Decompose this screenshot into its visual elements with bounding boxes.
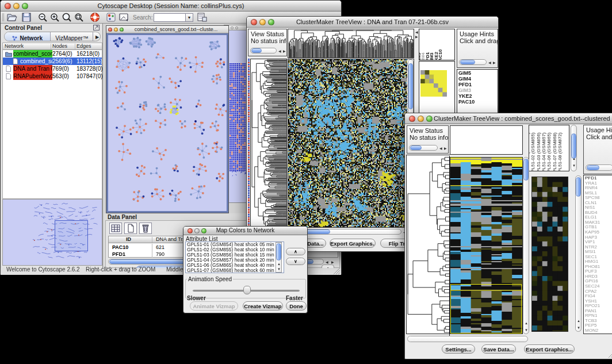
frame2-min-icon[interactable] xyxy=(231,26,234,29)
search-input[interactable] xyxy=(154,13,186,22)
minimize-button[interactable] xyxy=(13,3,20,9)
tv2-status-right-icon[interactable]: ▶ xyxy=(444,147,447,150)
tv2-column-labels[interactable]: GPL51-01 (GSM854)GPL51-02 (GSM855)GPL51-… xyxy=(529,125,569,171)
tv2-selection-rect[interactable] xyxy=(450,284,522,334)
tv2-right-heatmap[interactable] xyxy=(531,177,568,332)
animate-vizmap-button[interactable]: Animate Vizmap xyxy=(190,301,238,311)
tv1-top-dendrogram[interactable] xyxy=(288,29,414,58)
tv1-gene-item[interactable]: YKE2 xyxy=(458,93,496,99)
tv2-status-scrollbar[interactable] xyxy=(409,145,438,151)
tv1-status-scrollbar[interactable] xyxy=(250,48,277,53)
tv2-heatmap[interactable] xyxy=(450,157,523,334)
close-button[interactable] xyxy=(5,3,11,9)
tv2-hscrollbar[interactable] xyxy=(407,336,528,342)
tv1-corner-left-icon[interactable]: ◀ xyxy=(415,30,418,34)
zoom-out-icon[interactable] xyxy=(38,13,48,22)
tv2-export-graphics-button[interactable]: Export Graphics... xyxy=(524,344,575,354)
save-icon[interactable] xyxy=(22,13,31,22)
tv1-gene-item[interactable]: PFD1 xyxy=(458,82,496,87)
tv2-right-down-icon[interactable]: ▼ xyxy=(577,326,580,329)
create-vizmap-button[interactable]: Create Vizmap xyxy=(243,301,283,311)
tv2-zoom-button[interactable] xyxy=(426,116,433,122)
tv2-heatmap-vscrollbar[interactable] xyxy=(523,157,529,334)
main-titlebar[interactable]: Cytoscape Desktop (Session Name: collins… xyxy=(1,1,341,12)
frame1-min-icon[interactable] xyxy=(114,28,118,32)
tv1-corner-right-icon[interactable]: ▶ xyxy=(415,35,418,39)
tv1-status-left-icon[interactable]: ◀ xyxy=(278,49,281,53)
dialog-titlebar[interactable]: Map Colors to Network xyxy=(183,227,307,235)
tv1-status-right-icon[interactable]: ▶ xyxy=(283,49,286,53)
tv1-zoom-button[interactable] xyxy=(268,19,274,25)
open-file-icon[interactable] xyxy=(7,13,17,22)
frame1-close-icon[interactable] xyxy=(108,28,112,32)
tv2-status-left-icon[interactable]: ◀ xyxy=(439,147,442,150)
delete-attribute-button[interactable] xyxy=(139,223,152,234)
tv2-settings-button[interactable]: Settings... xyxy=(442,344,475,354)
search-dropdown-button[interactable]: ▼ xyxy=(186,13,193,22)
float-panel-icon[interactable] xyxy=(93,25,100,30)
done-button[interactable]: Done xyxy=(286,301,307,311)
network-table-row[interactable]: combined_sco2569(6)13112(15) xyxy=(3,58,102,65)
new-attribute-button[interactable] xyxy=(124,223,137,234)
tab-vizmapper[interactable]: VizMapper™ xyxy=(51,32,93,41)
tv1-gene-item[interactable]: PAC10 xyxy=(458,99,496,105)
tab-overflow[interactable]: ▶ xyxy=(93,32,101,41)
tv2-gene-item[interactable]: MON2 xyxy=(585,328,612,334)
col-nodes[interactable]: Nodes xyxy=(52,43,67,49)
frame2-max-icon[interactable] xyxy=(235,26,238,29)
move-down-button[interactable]: ∨ xyxy=(286,258,305,265)
network-view[interactable] xyxy=(106,33,228,213)
resize-grip[interactable] xyxy=(333,267,341,275)
tv2-labels-down-icon[interactable]: ▼ xyxy=(572,164,576,167)
zoom-fit-icon[interactable] xyxy=(74,13,84,22)
tv2-close-button[interactable] xyxy=(409,116,415,122)
network-table-row[interactable]: RNAPuberNov2+|563(0)107847(0) xyxy=(3,72,102,80)
overview-viewport-rect[interactable] xyxy=(55,220,88,251)
tv1-minimize-button[interactable] xyxy=(259,19,266,25)
scroll-right-icon[interactable]: ▶ xyxy=(331,260,334,264)
dialog-close-button[interactable] xyxy=(188,228,193,233)
zoom-selected-icon[interactable] xyxy=(62,13,72,22)
table-report-icon[interactable] xyxy=(197,13,207,22)
main-window-controls[interactable] xyxy=(5,3,28,9)
tv1-gene-item[interactable]: GIM4 xyxy=(458,76,496,82)
help-icon[interactable] xyxy=(90,12,100,22)
tv2-gene-list[interactable]: PFD1YRA1RNR4MSL1SPC98CLN1NIS1BUD4ELG1MAK… xyxy=(583,175,612,334)
network-table-row[interactable]: combined_scores_2764(0)16218(0) xyxy=(3,50,102,58)
move-up-button[interactable]: ∧ xyxy=(286,248,305,255)
tv1-gene-item[interactable]: GIM5 xyxy=(458,70,496,76)
tv2-heat-up-icon[interactable]: ▲ xyxy=(525,321,528,325)
table-mode-button[interactable] xyxy=(109,223,122,234)
tv2-labels-up-icon[interactable]: ▲ xyxy=(572,157,576,160)
network-table-header[interactable]: Network Nodes Edges xyxy=(3,43,102,50)
tv2-resize-grip[interactable] xyxy=(608,351,612,358)
zoom-in-icon[interactable] xyxy=(50,13,60,22)
attribute-list-item[interactable]: GPL51-07 (GSM868) heat shock 60 min xyxy=(186,268,284,273)
attribute-listbox[interactable]: GPL51-01 (GSM854) heat shock 05 minGPL51… xyxy=(185,242,284,273)
tv1-hints-left-icon[interactable]: ◀ xyxy=(488,61,491,64)
tv2-save-data-button[interactable]: Save Data... xyxy=(481,344,516,354)
tv1-left-dendrogram[interactable] xyxy=(250,59,287,228)
attr-col-id[interactable]: ID xyxy=(126,236,131,242)
tv2-right-vscrollbar[interactable] xyxy=(575,175,582,332)
annotation-icon[interactable] xyxy=(119,13,129,22)
tv2-right-up-icon[interactable]: ▲ xyxy=(577,319,580,323)
col-network[interactable]: Network xyxy=(5,43,24,49)
tab-network[interactable]: Network xyxy=(5,32,51,41)
list-down-icon[interactable]: ▼ xyxy=(277,267,281,271)
tv2-heat-down-icon[interactable]: ▼ xyxy=(525,328,528,332)
network-table-row[interactable]: DNA and Tran 07769(0)183728(0) xyxy=(3,65,102,72)
tv1-export-graphics-button[interactable]: Export Graphics... xyxy=(330,239,376,248)
list-up-icon[interactable]: ▲ xyxy=(277,262,281,266)
tv2-top-dendrogram[interactable] xyxy=(450,125,523,155)
tv1-heatmap[interactable] xyxy=(288,59,414,228)
tv2-titlebar[interactable]: ClusterMaker TreeView : combined_scores_… xyxy=(405,113,612,124)
tv1-gene-item[interactable]: GIM3 xyxy=(458,87,496,93)
tv2-minimize-button[interactable] xyxy=(418,116,424,122)
frame1-titlebar[interactable]: combined_scores_good.txt--cluste... xyxy=(106,26,228,33)
tv1-titlebar[interactable]: ClusterMaker TreeView : DNA and Tran 07-… xyxy=(247,17,498,28)
tv1-close-button[interactable] xyxy=(251,19,257,25)
speed-slider-thumb[interactable] xyxy=(243,286,251,294)
frame1-max-icon[interactable] xyxy=(120,28,124,32)
tv1-column-labels[interactable]: GIM5GIM4PFD1GIM3YKE2PAC10 xyxy=(419,29,455,60)
